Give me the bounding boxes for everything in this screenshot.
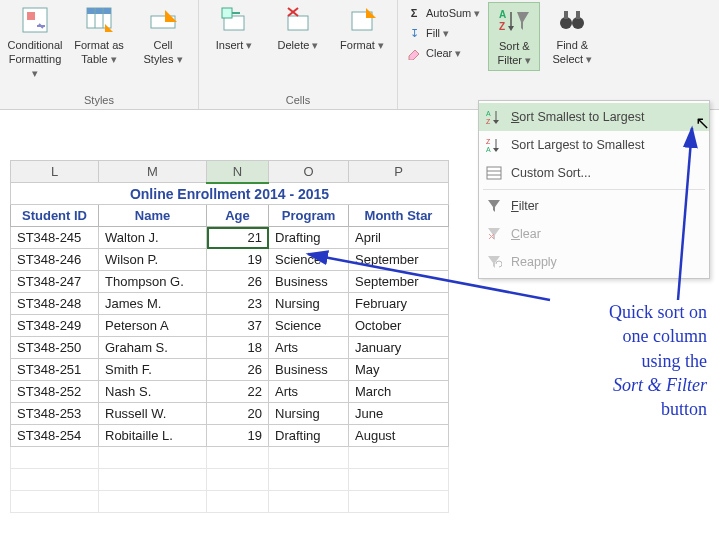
cell[interactable]: Drafting (269, 425, 349, 447)
cell[interactable]: Business (269, 359, 349, 381)
menu-filter[interactable]: Filter (479, 192, 709, 220)
cell-empty[interactable] (99, 469, 207, 491)
cell[interactable]: June (349, 403, 449, 425)
cell[interactable]: Robitaille L. (99, 425, 207, 447)
column-header-P[interactable]: P (349, 161, 449, 183)
cell[interactable]: ST348-247 (11, 271, 99, 293)
cell[interactable]: Thompson G. (99, 271, 207, 293)
cell[interactable]: Peterson A (99, 315, 207, 337)
table-header[interactable]: Age (207, 205, 269, 227)
fill-button[interactable]: ↧ Fill (404, 24, 482, 42)
clear-button[interactable]: Clear (404, 44, 482, 62)
conditional-formatting-button[interactable]: ConditionalFormatting (6, 2, 64, 82)
cell[interactable]: 18 (207, 337, 269, 359)
table-row[interactable]: ST348-254Robitaille L.19DraftingAugust (11, 425, 449, 447)
cell-empty[interactable] (349, 469, 449, 491)
cell-empty[interactable] (269, 447, 349, 469)
delete-button[interactable]: Delete (269, 2, 327, 55)
autosum-button[interactable]: Σ AutoSum (404, 4, 482, 22)
column-header-N[interactable]: N (207, 161, 269, 183)
cell[interactable]: January (349, 337, 449, 359)
cell[interactable]: October (349, 315, 449, 337)
cell-empty[interactable] (99, 491, 207, 513)
table-row[interactable]: ST348-252Nash S.22ArtsMarch (11, 381, 449, 403)
cell-empty[interactable] (269, 491, 349, 513)
table-row[interactable]: ST348-247Thompson G.26BusinessSeptember (11, 271, 449, 293)
cell[interactable]: Arts (269, 337, 349, 359)
menu-sort-desc[interactable]: ZA Sort Largest to Smallest (479, 131, 709, 159)
table-row[interactable]: ST348-245Walton J.21DraftingApril (11, 227, 449, 249)
cell[interactable]: 20 (207, 403, 269, 425)
insert-button[interactable]: Insert (205, 2, 263, 55)
cell-empty[interactable] (11, 447, 99, 469)
cell-empty[interactable] (11, 469, 99, 491)
spreadsheet[interactable]: LMNOPOnline Enrollment 2014 - 2015Studen… (10, 160, 449, 513)
cell-empty[interactable] (99, 447, 207, 469)
column-header-L[interactable]: L (11, 161, 99, 183)
cell[interactable]: 23 (207, 293, 269, 315)
cell[interactable]: 26 (207, 271, 269, 293)
cell[interactable]: Graham S. (99, 337, 207, 359)
column-header-O[interactable]: O (269, 161, 349, 183)
cell[interactable]: September (349, 249, 449, 271)
table-row[interactable]: ST348-251Smith F.26BusinessMay (11, 359, 449, 381)
cell[interactable]: ST348-250 (11, 337, 99, 359)
cell[interactable]: ST348-252 (11, 381, 99, 403)
cell[interactable]: Nursing (269, 403, 349, 425)
cell-empty[interactable] (11, 491, 99, 513)
cell-empty[interactable] (207, 491, 269, 513)
table-header[interactable]: Program (269, 205, 349, 227)
cell[interactable]: James M. (99, 293, 207, 315)
cell-empty[interactable] (207, 447, 269, 469)
cell[interactable]: September (349, 271, 449, 293)
cell[interactable]: 19 (207, 425, 269, 447)
cell[interactable]: Science (269, 249, 349, 271)
cell[interactable]: ST348-248 (11, 293, 99, 315)
table-row[interactable]: ST348-249Peterson A37ScienceOctober (11, 315, 449, 337)
cell[interactable]: 37 (207, 315, 269, 337)
cell[interactable]: Drafting (269, 227, 349, 249)
cell[interactable]: Smith F. (99, 359, 207, 381)
cell-styles-button[interactable]: CellStyles (134, 2, 192, 69)
menu-sort-asc[interactable]: AZ Sort Smallest to Largest (479, 103, 709, 131)
cell-empty[interactable] (349, 447, 449, 469)
cell[interactable]: February (349, 293, 449, 315)
cell[interactable]: March (349, 381, 449, 403)
cell[interactable]: May (349, 359, 449, 381)
cell[interactable]: Nash S. (99, 381, 207, 403)
cell-empty[interactable] (349, 491, 449, 513)
find-select-button[interactable]: Find &Select (546, 2, 598, 69)
cell[interactable]: Russell W. (99, 403, 207, 425)
cell[interactable]: 21 (207, 227, 269, 249)
table-row[interactable]: ST348-248James M.23NursingFebruary (11, 293, 449, 315)
cell[interactable]: Business (269, 271, 349, 293)
cell[interactable]: August (349, 425, 449, 447)
cell[interactable]: ST348-249 (11, 315, 99, 337)
cell[interactable]: Science (269, 315, 349, 337)
menu-custom-sort[interactable]: Custom Sort... (479, 159, 709, 187)
cell-empty[interactable] (207, 469, 269, 491)
format-button[interactable]: Format (333, 2, 391, 55)
cell[interactable]: Arts (269, 381, 349, 403)
cell[interactable]: April (349, 227, 449, 249)
cell[interactable]: ST348-245 (11, 227, 99, 249)
column-header-M[interactable]: M (99, 161, 207, 183)
cell[interactable]: Nursing (269, 293, 349, 315)
format-as-table-button[interactable]: Format asTable (70, 2, 128, 69)
cell[interactable]: ST348-254 (11, 425, 99, 447)
cell[interactable]: 19 (207, 249, 269, 271)
cell[interactable]: 22 (207, 381, 269, 403)
table-header[interactable]: Month Star (349, 205, 449, 227)
table-header[interactable]: Name (99, 205, 207, 227)
sort-filter-button[interactable]: AZ Sort &Filter (488, 2, 540, 71)
table-row[interactable]: ST348-253Russell W.20NursingJune (11, 403, 449, 425)
table-row[interactable]: ST348-246Wilson P.19ScienceSeptember (11, 249, 449, 271)
cell[interactable]: Walton J. (99, 227, 207, 249)
table-row[interactable]: ST348-250Graham S.18ArtsJanuary (11, 337, 449, 359)
cell[interactable]: 26 (207, 359, 269, 381)
cell-empty[interactable] (269, 469, 349, 491)
table-header[interactable]: Student ID (11, 205, 99, 227)
cell[interactable]: Wilson P. (99, 249, 207, 271)
cell[interactable]: ST348-253 (11, 403, 99, 425)
cell[interactable]: ST348-251 (11, 359, 99, 381)
